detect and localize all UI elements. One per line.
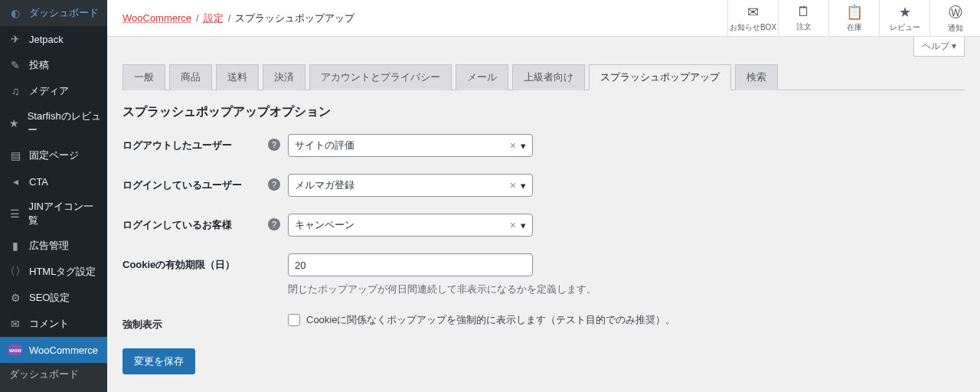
breadcrumb-current: スプラッシュポップアップ xyxy=(235,11,354,25)
chat-icon: ✉ xyxy=(8,316,23,332)
select-logged-in[interactable]: メルマガ登録 × ▾ xyxy=(288,174,533,197)
field-label: 強制表示 xyxy=(122,313,268,332)
star-icon: ★ xyxy=(8,116,21,131)
field-label: ログアウトしたユーザー xyxy=(122,134,268,152)
code-icon: 〈〉 xyxy=(8,264,23,279)
save-button[interactable]: 変更を保存 xyxy=(122,348,195,374)
sidebar-item-ads[interactable]: ▮広告管理 xyxy=(0,233,107,259)
top-icons: ✉お知らせBOX 🗒注文 📋在庫 ★レビュー Ⓦ通知 xyxy=(727,0,980,36)
tab-products[interactable]: 商品 xyxy=(169,64,212,90)
section-heading: スプラッシュポップアップオプション xyxy=(122,104,965,120)
clear-icon[interactable]: × xyxy=(510,139,516,152)
sidebar-label: CTA xyxy=(29,176,48,188)
sidebar-item-starfish[interactable]: ★Starfishのレビュー xyxy=(0,104,107,142)
select-value: キャンペーン xyxy=(295,218,510,232)
sidebar-label: Starfishのレビュー xyxy=(28,109,101,137)
sidebar-item-dashboard[interactable]: ◐ダッシュボード xyxy=(0,0,107,26)
orders-icon: 🗒 xyxy=(797,4,811,20)
tab-privacy[interactable]: アカウントとプライバシー xyxy=(309,64,452,90)
submenu-orders[interactable]: 注文 xyxy=(0,386,107,392)
field-label: ログインしているお客様 xyxy=(122,214,268,232)
sidebar-label: WooCommerce xyxy=(29,345,98,356)
select-value: メルマガ登録 xyxy=(295,178,510,192)
topbar: WooCommerce / 設定 / スプラッシュポップアップ ✉お知らせBOX… xyxy=(107,0,980,37)
help-bar: ヘルプ ▾ xyxy=(107,37,980,57)
sidebar-label: HTMLタグ設定 xyxy=(29,265,96,279)
breadcrumb-sep: / xyxy=(228,12,231,24)
topicon-label: 通知 xyxy=(948,23,963,34)
sidebar-item-comments[interactable]: ✉コメント xyxy=(0,311,107,337)
sidebar-label: SEO設定 xyxy=(29,291,70,305)
sidebar-submenu: ダッシュボード 注文 クーポン Conversion Tracking レポート xyxy=(0,363,107,392)
jetpack-icon: ✈ xyxy=(8,31,23,47)
cta-icon: ◂ xyxy=(8,174,23,189)
topicon-reviews[interactable]: ★レビュー xyxy=(879,0,929,36)
tab-emails[interactable]: メール xyxy=(456,64,508,90)
sidebar-item-jin-icons[interactable]: ☰JINアイコン一覧 xyxy=(0,194,107,233)
sidebar-item-cta[interactable]: ◂CTA xyxy=(0,168,107,194)
row-logged-in: ログインしているユーザー ? メルマガ登録 × ▾ xyxy=(122,174,965,197)
tab-splash[interactable]: スプラッシュポップアップ xyxy=(589,64,731,90)
tab-payments[interactable]: 決済 xyxy=(263,64,305,90)
clear-icon[interactable]: × xyxy=(510,219,516,231)
breadcrumb-root[interactable]: WooCommerce xyxy=(122,12,191,24)
help-icon[interactable]: ? xyxy=(268,178,280,191)
tab-advanced[interactable]: 上級者向け xyxy=(512,64,585,90)
inbox-icon: ✉ xyxy=(747,4,759,21)
main-content: WooCommerce / 設定 / スプラッシュポップアップ ✉お知らせBOX… xyxy=(107,0,980,392)
sidebar-label: 広告管理 xyxy=(29,239,69,253)
input-cookie-days[interactable] xyxy=(288,253,533,276)
row-force: 強制表示 Cookieに関係なくポップアップを強制的に表示します（テスト目的での… xyxy=(122,313,965,332)
topicon-label: レビュー xyxy=(890,22,920,33)
sidebar-label: 固定ページ xyxy=(29,149,79,162)
breadcrumb-settings[interactable]: 設定 xyxy=(204,11,224,25)
topicon-inbox[interactable]: ✉お知らせBOX xyxy=(727,0,778,36)
help-tab[interactable]: ヘルプ ▾ xyxy=(913,37,965,57)
media-icon: ♫ xyxy=(8,83,23,99)
row-logged-out: ログアウトしたユーザー ? サイトの評価 × ▾ xyxy=(122,134,965,157)
chevron-down-icon: ▾ xyxy=(521,220,526,231)
checkbox-force[interactable] xyxy=(288,314,300,326)
breadcrumb-sep: / xyxy=(196,12,199,24)
gear-icon: ⚙ xyxy=(8,290,23,305)
topicon-label: お知らせBOX xyxy=(730,22,776,33)
ads-icon: ▮ xyxy=(8,238,23,253)
help-icon[interactable]: ? xyxy=(268,218,280,230)
help-icon[interactable]: ? xyxy=(268,139,280,151)
sidebar-label: JINアイコン一覧 xyxy=(28,200,101,227)
sidebar-item-posts[interactable]: ✎投稿 xyxy=(0,52,107,78)
gauge-icon: ◐ xyxy=(8,5,23,21)
topicon-orders[interactable]: 🗒注文 xyxy=(778,0,828,36)
sidebar-label: 投稿 xyxy=(29,58,49,72)
star-icon: ★ xyxy=(899,4,911,21)
topicon-stock[interactable]: 📋在庫 xyxy=(828,0,879,36)
tab-shipping[interactable]: 送料 xyxy=(216,64,259,90)
sidebar-item-jetpack[interactable]: ✈Jetpack xyxy=(0,26,107,52)
chevron-down-icon: ▾ xyxy=(521,180,526,191)
admin-sidebar: ◐ダッシュボード ✈Jetpack ✎投稿 ♫メディア ★Starfishのレビ… xyxy=(0,0,107,392)
settings-tabs: 一般 商品 送料 決済 アカウントとプライバシー メール 上級者向け スプラッシ… xyxy=(122,64,965,90)
sidebar-label: Jetpack xyxy=(29,34,64,45)
sidebar-item-html[interactable]: 〈〉HTMLタグ設定 xyxy=(0,259,107,285)
sidebar-item-seo[interactable]: ⚙SEO設定 xyxy=(0,285,107,311)
sidebar-label: ダッシュボード xyxy=(29,6,99,20)
chevron-down-icon: ▾ xyxy=(521,140,526,152)
submenu-dashboard[interactable]: ダッシュボード xyxy=(0,363,107,386)
select-logged-out[interactable]: サイトの評価 × ▾ xyxy=(288,134,533,157)
wp-icon: Ⓦ xyxy=(949,3,962,21)
pin-icon: ✎ xyxy=(8,57,23,73)
breadcrumb: WooCommerce / 設定 / スプラッシュポップアップ xyxy=(107,0,370,36)
sidebar-item-pages[interactable]: ▤固定ページ xyxy=(0,142,107,168)
tab-search[interactable]: 検索 xyxy=(735,64,778,90)
sidebar-item-woocommerce[interactable]: wooWooCommerce xyxy=(0,337,107,363)
row-customer: ログインしているお客様 ? キャンペーン × ▾ xyxy=(122,214,965,237)
clear-icon[interactable]: × xyxy=(510,179,516,191)
sidebar-item-media[interactable]: ♫メディア xyxy=(0,78,107,104)
topicon-notify[interactable]: Ⓦ通知 xyxy=(929,0,980,36)
woocommerce-icon: woo xyxy=(8,342,23,358)
sidebar-label: コメント xyxy=(29,317,69,331)
field-label: Cookieの有効期限（日） xyxy=(122,253,268,272)
sidebar-label: メディア xyxy=(29,84,69,98)
tab-general[interactable]: 一般 xyxy=(122,64,165,90)
select-customer[interactable]: キャンペーン × ▾ xyxy=(288,214,533,237)
